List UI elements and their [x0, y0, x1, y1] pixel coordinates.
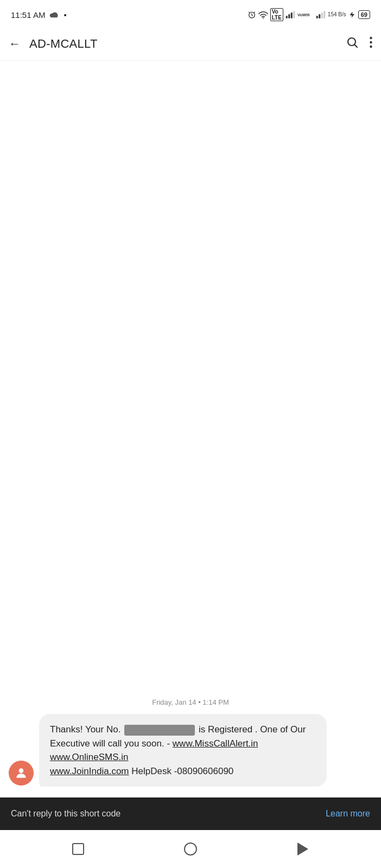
charging-icon: [348, 11, 356, 18]
svg-rect-5: [293, 11, 295, 18]
sender-avatar: [9, 761, 34, 786]
svg-point-15: [19, 768, 24, 773]
content-area: Friday, Jan 14 • 1:14 PM Thanks! Your No…: [0, 61, 381, 797]
svg-text:VoWifi: VoWifi: [297, 12, 310, 17]
more-options-button[interactable]: [370, 36, 372, 52]
svg-rect-3: [288, 14, 290, 18]
svg-rect-10: [323, 11, 325, 18]
status-bar: 11:51 AM • VoLTE VoWifi: [0, 0, 381, 27]
app-bar-actions: [346, 36, 372, 52]
wifi-icon: [258, 11, 268, 18]
link-misscallalert[interactable]: www.MissCallAlert.in: [173, 738, 258, 749]
conversation-title: AD-MCALLT: [29, 37, 346, 51]
message-bubble: Thanks! Your No. is Registered . One of …: [39, 714, 327, 787]
app-bar: ← AD-MCALLT: [0, 27, 381, 61]
time-display: 11:51 AM: [11, 10, 45, 20]
back-nav-button[interactable]: [295, 841, 310, 857]
date-separator: Friday, Jan 14 • 1:14 PM: [0, 698, 381, 706]
message-row: Thanks! Your No. is Registered . One of …: [0, 714, 381, 797]
cant-reply-text: Can't reply to this short code: [11, 809, 120, 819]
redacted-phone: [124, 725, 195, 736]
link-onlinesms[interactable]: www.OnlineSMS.in: [50, 752, 129, 762]
svg-point-1: [263, 17, 264, 18]
volte-badge: VoLTE: [270, 8, 283, 21]
svg-rect-2: [286, 16, 288, 18]
cloud-icon: [49, 11, 59, 18]
learn-more-button[interactable]: Learn more: [326, 809, 370, 819]
alarm-icon: [247, 10, 256, 19]
status-bar-right: VoLTE VoWifi 154 B/s 69: [247, 8, 370, 21]
helpdesk-text: HelpDesk -08090606090: [129, 766, 234, 776]
svg-rect-7: [316, 16, 318, 18]
signal-icon: [285, 11, 295, 18]
recent-apps-button[interactable]: [71, 841, 86, 857]
vowifi-icon: VoWifi: [297, 11, 314, 18]
data-speed: 154 B/s: [328, 12, 346, 17]
notification-dot: •: [63, 10, 66, 20]
signal2-icon: [316, 11, 326, 18]
svg-rect-8: [319, 14, 320, 18]
home-button[interactable]: [183, 841, 198, 857]
search-button[interactable]: [346, 36, 359, 52]
back-button[interactable]: ←: [9, 38, 21, 50]
avatar-person-icon: [14, 766, 28, 780]
nav-bar: [0, 830, 381, 868]
message-text-part1: Thanks! Your No.: [50, 724, 120, 735]
messages-container: Friday, Jan 14 • 1:14 PM Thanks! Your No…: [0, 61, 381, 797]
link-joinindia[interactable]: www.JoinIndia.com: [50, 766, 129, 776]
status-bar-left: 11:51 AM •: [11, 10, 67, 20]
svg-point-14: [370, 45, 372, 47]
svg-point-13: [370, 41, 372, 43]
battery-indicator: 69: [358, 10, 370, 19]
svg-point-12: [370, 36, 372, 39]
svg-rect-9: [321, 12, 323, 18]
bottom-notification-bar: Can't reply to this short code Learn mor…: [0, 797, 381, 830]
svg-rect-4: [291, 12, 293, 18]
